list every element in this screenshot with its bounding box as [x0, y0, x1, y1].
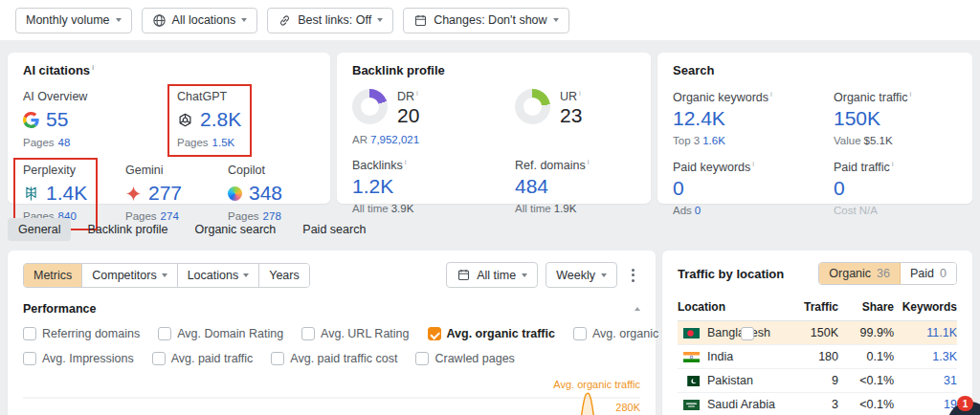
organic-paid-toggle: Organic36 Paid0 — [818, 262, 957, 285]
dr-donut-chart — [352, 89, 388, 124]
info-icon[interactable] — [892, 160, 894, 168]
tab-backlink-profile[interactable]: Backlink profile — [77, 218, 178, 241]
changes-dropdown[interactable]: Changes: Don't show — [403, 8, 568, 33]
performance-card: Metrics Competitors Locations Years All … — [8, 251, 656, 415]
ads-link[interactable]: 0 — [695, 205, 701, 216]
checkbox-checked-icon — [428, 327, 441, 340]
section-tabs: General Backlink profile Organic search … — [8, 218, 972, 241]
traffic-by-location-title: Traffic by location — [678, 267, 784, 281]
info-icon[interactable] — [910, 90, 912, 98]
paid-keywords-value[interactable]: 0 — [673, 177, 834, 200]
ref-domains-value[interactable]: 484 — [515, 175, 635, 198]
top3-link[interactable]: 1.6K — [702, 135, 725, 146]
copilot-value: 348 — [249, 182, 282, 205]
checkbox-avg-organic-traffic[interactable]: Avg. organic traffic — [428, 327, 555, 340]
organic-keywords-value[interactable]: 12.4K — [673, 107, 834, 130]
checkbox-icon — [301, 327, 315, 340]
checkbox-avg-paid-traffic-cost[interactable]: Avg. paid traffic cost — [271, 352, 397, 365]
perplexity-icon — [23, 186, 39, 202]
tab-organic-search[interactable]: Organic search — [185, 218, 287, 241]
more-options-kebab-icon[interactable] — [625, 266, 640, 285]
granularity-dropdown[interactable]: Weekly — [546, 262, 617, 288]
keywords-link[interactable]: 1.3K — [894, 350, 957, 363]
chevron-down-icon — [116, 18, 122, 22]
ai-overview-pages-link[interactable]: 48 — [58, 137, 71, 148]
segment-metrics[interactable]: Metrics — [24, 264, 82, 287]
backlinks-metric: Backlinks 1.2K All time3.9K — [352, 158, 515, 214]
metric-checkbox-row-1: Referring domains Avg. Domain Rating Avg… — [23, 327, 640, 340]
checkbox-icon — [741, 327, 754, 340]
organic-traffic-metric: Organic traffic 150K Value$5.1K — [834, 90, 957, 146]
info-icon[interactable] — [579, 89, 581, 98]
gemini-value: 277 — [148, 182, 182, 205]
flag-bangladesh-icon — [683, 328, 700, 339]
table-row-bangladesh[interactable]: Bangladesh 150K 99.9% 11.1K — [678, 321, 957, 345]
best-links-dropdown[interactable]: Best links: Off — [267, 8, 393, 33]
checkbox-referring-domains[interactable]: Referring domains — [23, 327, 140, 340]
view-segmented-control: Metrics Competitors Locations Years — [23, 263, 310, 288]
dr-value: 20 — [397, 104, 419, 127]
performance-title: Performance — [23, 302, 96, 316]
calendar-icon — [413, 13, 428, 28]
perplexity-value: 1.4K — [46, 182, 87, 205]
segment-competitors[interactable]: Competitors — [82, 264, 177, 287]
chevron-down-icon — [553, 18, 559, 22]
collapse-chevron-up-icon[interactable] — [635, 307, 640, 311]
checkbox-icon — [271, 352, 284, 365]
info-icon[interactable] — [92, 63, 94, 72]
checkbox-avg-paid-traffic[interactable]: Avg. paid traffic — [152, 352, 254, 365]
toggle-organic[interactable]: Organic36 — [819, 263, 901, 284]
backlinks-value[interactable]: 1.2K — [352, 175, 515, 198]
metric-ai-overview: AI Overview 55 Pages48 — [23, 90, 177, 150]
ar-rank-link[interactable]: 7,952,021 — [370, 134, 419, 145]
paid-traffic-value[interactable]: 0 — [834, 177, 957, 200]
checkbox-avg-domain-rating[interactable]: Avg. Domain Rating — [158, 327, 283, 340]
segment-years[interactable]: Years — [259, 264, 309, 287]
info-icon[interactable] — [588, 158, 590, 166]
info-icon[interactable] — [752, 160, 754, 168]
paid-traffic-metric: Paid traffic 0 CostN/A — [834, 160, 957, 216]
openai-icon — [177, 112, 193, 128]
checkbox-avg-impressions[interactable]: Avg. Impressions — [23, 352, 134, 365]
monthly-volume-dropdown[interactable]: Monthly volume — [15, 8, 132, 33]
table-row-pakistan[interactable]: Pakistan 9 <0.1% 31 — [678, 369, 957, 393]
summary-cards: AI citations AI Overview 55 Pages48 — [8, 53, 972, 204]
all-locations-dropdown[interactable]: All locations — [142, 8, 258, 33]
info-icon[interactable] — [405, 158, 407, 166]
checkbox-icon — [23, 352, 36, 365]
search-title: Search — [673, 63, 957, 77]
chatgpt-value: 2.8K — [200, 108, 241, 131]
analytics-dashboard: Monthly volume All locations Best links:… — [0, 0, 980, 415]
organic-traffic-value[interactable]: 150K — [834, 107, 957, 130]
ref-domains-metric: Ref. domains 484 All time1.9K — [515, 158, 635, 214]
chatgpt-pages-link[interactable]: 1.5K — [212, 137, 235, 148]
y-axis-label-280k: 280K — [615, 402, 640, 413]
ai-overview-value: 55 — [46, 108, 68, 131]
info-icon[interactable] — [770, 90, 772, 98]
metric-chatgpt: ChatGPT 2.8K Pages1.5K — [177, 90, 241, 148]
granularity-label: Weekly — [556, 269, 595, 282]
globe-icon — [152, 13, 167, 28]
metric-gemini: Gemini 277 Pages274 — [125, 164, 228, 224]
keywords-link[interactable]: 31 — [894, 374, 957, 387]
tab-paid-search[interactable]: Paid search — [292, 218, 376, 241]
google-icon — [23, 112, 39, 128]
table-row-saudi-arabia[interactable]: Saudi Arabia 3 <0.1% 19 — [678, 393, 957, 415]
link-icon — [278, 13, 292, 28]
keywords-link[interactable]: 19 — [894, 398, 957, 411]
location-table: Location Traffic Share Keywords Banglade… — [678, 295, 957, 415]
table-row-india[interactable]: India 180 0.1% 1.3K — [678, 345, 957, 369]
checkbox-avg-url-rating[interactable]: Avg. URL Rating — [301, 327, 409, 340]
flag-pakistan-icon — [683, 376, 700, 386]
time-range-dropdown[interactable]: All time — [446, 262, 538, 288]
tab-general[interactable]: General — [8, 218, 71, 241]
segment-locations[interactable]: Locations — [178, 264, 260, 287]
checkbox-crawled-pages[interactable]: Crawled pages — [415, 352, 514, 365]
copilot-icon — [228, 186, 242, 201]
best-links-label: Best links: Off — [298, 13, 371, 27]
info-icon[interactable] — [416, 89, 418, 98]
gemini-icon — [125, 186, 142, 202]
keywords-link[interactable]: 11.1K — [894, 326, 957, 339]
toggle-paid[interactable]: Paid0 — [901, 263, 956, 284]
top-toolbar: Monthly volume All locations Best links:… — [0, 0, 980, 40]
